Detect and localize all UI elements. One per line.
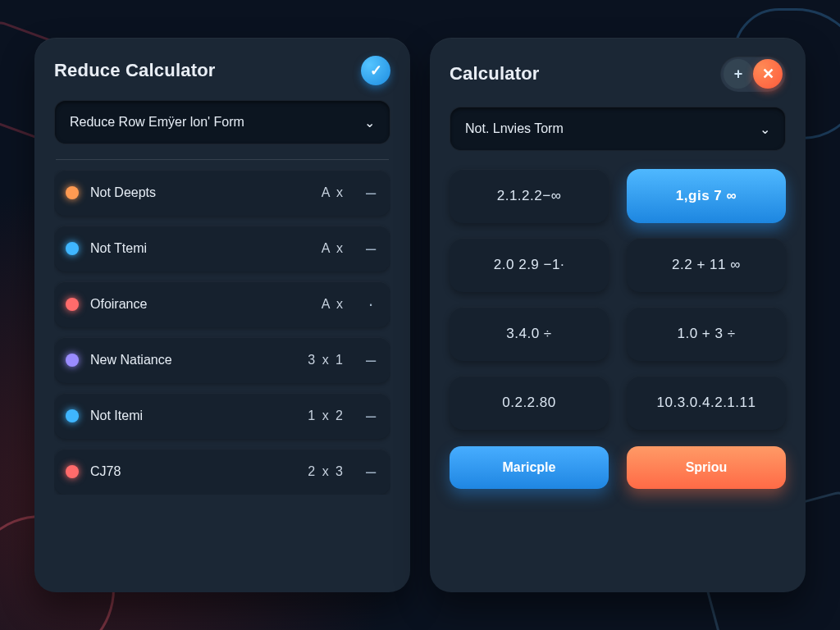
footer-buttons: Maricple Spriou [450,446,786,489]
calc-cell[interactable]: 1,gis 7 ∞ [627,169,786,223]
reduce-rows-list: Not DeeptsA x–Not TtemiA x–OfoiranceA x·… [54,170,390,495]
row-dimensions: A x [322,297,345,312]
confirm-button[interactable]: ✓ [361,56,390,85]
row-label: Not Ttemi [90,241,310,256]
panel-header: Calculator + ✕ [450,56,786,92]
check-icon: ✓ [370,62,382,80]
status-dot-icon [66,186,79,199]
calc-cell[interactable]: 2.0 2.9 −1· [450,238,609,292]
row-label: Ofoirance [90,297,310,312]
calculator-grid: 2.1.2.2−∞1,gis 7 ∞2.0 2.9 −1·2.2 + 11 ∞3… [450,169,786,430]
row-dimensions: 3 x 1 [308,353,345,368]
reduce-calculator-panel: Reduce Calculator ✓ Reduce Row Emÿer lon… [34,38,410,592]
row-action-icon[interactable]: – [364,238,377,259]
status-dot-icon [66,465,79,478]
row-label: CJ78 [90,464,296,479]
status-dot-icon [66,354,79,367]
mode-select[interactable]: Not. Lnvies Torm ⌄ [450,107,786,151]
divider [56,159,389,160]
calc-cell[interactable]: 0.2.2.80 [450,376,609,430]
reduce-row[interactable]: OfoiranceA x· [54,281,390,327]
status-dot-icon [66,409,79,422]
row-action-icon[interactable]: – [364,405,377,427]
calc-cell[interactable]: 2.2 + 11 ∞ [627,238,786,292]
close-icon: ✕ [762,65,774,83]
calc-cell[interactable]: 1.0 + 3 ÷ [627,307,786,361]
chevron-down-icon: ⌄ [364,115,375,130]
secondary-action-button[interactable]: Spriou [627,446,786,489]
row-action-icon[interactable]: – [364,461,377,482]
row-dimensions: 1 x 2 [308,409,345,423]
reduce-row[interactable]: Not TtemiA x– [54,226,390,272]
plus-icon: + [734,66,743,83]
header-action-pill: + ✕ [720,56,786,92]
calc-cell[interactable]: 10.3.0.4.2.1.11 [627,376,786,430]
reduce-row[interactable]: New Natiance3 x 1– [54,337,390,383]
row-dimensions: 2 x 3 [308,464,345,479]
select-label: Not. Lnvies Torm [465,121,564,136]
mode-select[interactable]: Reduce Row Emÿer lon' Form ⌄ [54,100,390,144]
row-label: New Natiance [90,353,296,368]
add-button[interactable]: + [724,59,753,89]
calc-cell[interactable]: 3.4.0 ÷ [450,307,609,361]
reduce-row[interactable]: CJ782 x 3– [54,449,390,495]
chevron-down-icon: ⌄ [760,121,770,137]
calc-cell[interactable]: 2.1.2.2−∞ [450,169,609,223]
row-action-icon[interactable]: – [364,182,377,203]
row-label: Not Itemi [90,409,296,423]
row-action-icon[interactable]: · [364,294,377,315]
row-action-icon[interactable]: – [364,349,377,371]
panel-title: Reduce Calculator [54,60,216,81]
close-button[interactable]: ✕ [753,59,783,89]
panel-header: Reduce Calculator ✓ [54,56,390,85]
row-dimensions: A x [322,185,345,200]
select-label: Reduce Row Emÿer lon' Form [70,115,244,130]
panel-title: Calculator [450,63,540,84]
row-dimensions: A x [322,241,345,256]
calculator-panel: Calculator + ✕ Not. Lnvies Torm ⌄ 2.1.2.… [430,38,806,592]
reduce-row[interactable]: Not Itemi1 x 2– [54,393,390,439]
status-dot-icon [66,242,79,255]
primary-action-button[interactable]: Maricple [450,446,609,489]
reduce-row[interactable]: Not DeeptsA x– [54,170,390,216]
row-label: Not Deepts [90,185,310,200]
status-dot-icon [66,298,79,311]
